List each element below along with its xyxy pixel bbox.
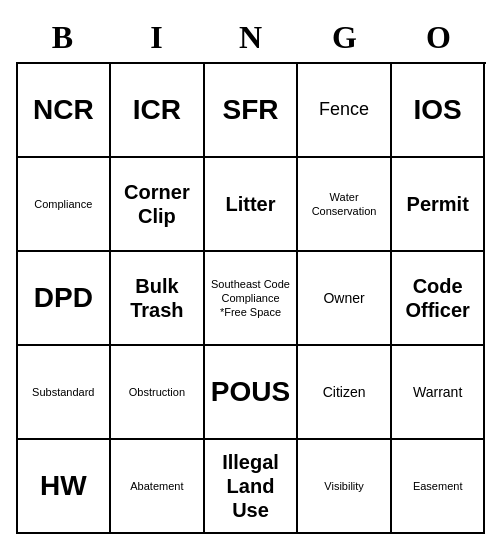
cell-2-4: Code Officer <box>392 252 486 346</box>
cell-2-1: Bulk Trash <box>111 252 205 346</box>
cell-0-3: Fence <box>298 64 392 158</box>
cell-4-4: Easement <box>392 440 486 534</box>
bingo-card: B I N G O NCR ICR SFR Fence IOS Complian… <box>16 12 486 532</box>
cell-2-3: Owner <box>298 252 392 346</box>
header-n: N <box>204 12 298 62</box>
header-o: O <box>392 12 486 62</box>
cell-4-0: HW <box>18 440 112 534</box>
cell-1-3: Water Conservation <box>298 158 392 252</box>
header-g: G <box>298 12 392 62</box>
cell-2-2: Southeast Code Compliance *Free Space <box>205 252 299 346</box>
bingo-row-2: DPD Bulk Trash Southeast Code Compliance… <box>18 252 486 346</box>
bingo-row-0: NCR ICR SFR Fence IOS <box>18 64 486 158</box>
header-b: B <box>16 12 110 62</box>
cell-1-0: Compliance <box>18 158 112 252</box>
bingo-row-3: Substandard Obstruction POUS Citizen War… <box>18 346 486 440</box>
bingo-row-1: Compliance Corner Clip Litter Water Cons… <box>18 158 486 252</box>
cell-4-2: Illegal Land Use <box>205 440 299 534</box>
bingo-grid: NCR ICR SFR Fence IOS Compliance Corner … <box>16 62 486 534</box>
cell-3-3: Citizen <box>298 346 392 440</box>
cell-1-1: Corner Clip <box>111 158 205 252</box>
cell-1-4: Permit <box>392 158 486 252</box>
cell-3-4: Warrant <box>392 346 486 440</box>
header-i: I <box>110 12 204 62</box>
cell-0-2: SFR <box>205 64 299 158</box>
bingo-header: B I N G O <box>16 12 486 62</box>
cell-4-3: Visibility <box>298 440 392 534</box>
cell-4-1: Abatement <box>111 440 205 534</box>
cell-0-1: ICR <box>111 64 205 158</box>
cell-1-2: Litter <box>205 158 299 252</box>
cell-3-2: POUS <box>205 346 299 440</box>
cell-0-0: NCR <box>18 64 112 158</box>
bingo-row-4: HW Abatement Illegal Land Use Visibility… <box>18 440 486 534</box>
cell-0-4: IOS <box>392 64 486 158</box>
cell-2-0: DPD <box>18 252 112 346</box>
cell-3-0: Substandard <box>18 346 112 440</box>
cell-3-1: Obstruction <box>111 346 205 440</box>
